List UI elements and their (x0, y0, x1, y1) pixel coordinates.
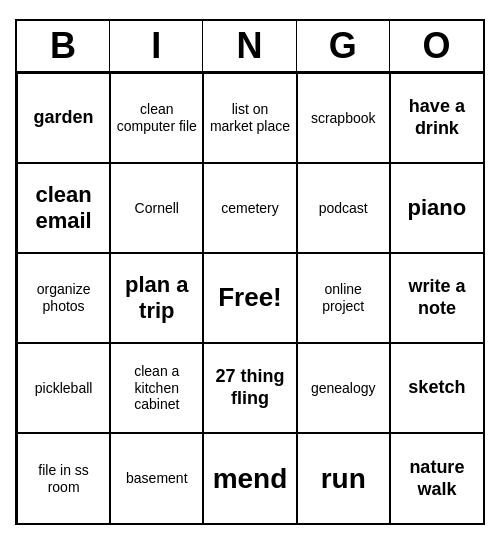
bingo-cell-18: genealogy (297, 343, 390, 433)
bingo-cell-7: cemetery (203, 163, 296, 253)
bingo-cell-8: podcast (297, 163, 390, 253)
bingo-cell-11: plan a trip (110, 253, 203, 343)
bingo-cell-17: 27 thing fling (203, 343, 296, 433)
bingo-cell-6: Cornell (110, 163, 203, 253)
bingo-cell-2: list on market place (203, 73, 296, 163)
bingo-cell-10: organize photos (17, 253, 110, 343)
bingo-cell-9: piano (390, 163, 483, 253)
header-letter-g: G (297, 21, 390, 71)
bingo-cell-1: clean computer file (110, 73, 203, 163)
bingo-card: BINGO gardenclean computer filelist on m… (15, 19, 485, 525)
bingo-cell-22: mend (203, 433, 296, 523)
bingo-cell-4: have a drink (390, 73, 483, 163)
bingo-cell-21: basement (110, 433, 203, 523)
bingo-cell-0: garden (17, 73, 110, 163)
bingo-cell-19: sketch (390, 343, 483, 433)
bingo-grid: gardenclean computer filelist on market … (17, 73, 483, 523)
bingo-cell-23: run (297, 433, 390, 523)
bingo-cell-15: pickleball (17, 343, 110, 433)
bingo-header: BINGO (17, 21, 483, 73)
bingo-cell-12: Free! (203, 253, 296, 343)
bingo-cell-24: nature walk (390, 433, 483, 523)
header-letter-o: O (390, 21, 483, 71)
bingo-cell-3: scrapbook (297, 73, 390, 163)
header-letter-i: I (110, 21, 203, 71)
bingo-cell-20: file in ss room (17, 433, 110, 523)
bingo-cell-16: clean a kitchen cabinet (110, 343, 203, 433)
bingo-cell-14: write a note (390, 253, 483, 343)
header-letter-n: N (203, 21, 296, 71)
bingo-cell-13: online project (297, 253, 390, 343)
bingo-cell-5: clean email (17, 163, 110, 253)
header-letter-b: B (17, 21, 110, 71)
